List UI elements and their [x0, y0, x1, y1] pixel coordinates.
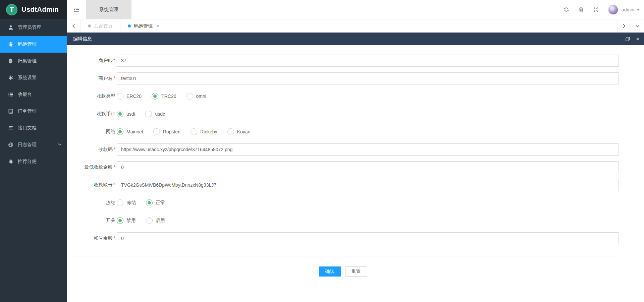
chevron-down-icon	[58, 142, 62, 147]
payment-qrcode-input[interactable]	[117, 143, 619, 156]
radio-option-ropsten[interactable]: Ropsten	[153, 128, 180, 135]
avatar[interactable]	[608, 5, 618, 15]
sidebar-toggle-button[interactable]	[67, 0, 86, 19]
trash-icon[interactable]	[574, 0, 589, 19]
sidebar-item-label: 归集管理	[18, 58, 37, 64]
sidebar-item-api-docs[interactable]: 接口文档	[0, 120, 67, 136]
radio-option-omni[interactable]: omni	[186, 93, 206, 100]
sidebar-item-log-management[interactable]: 日志管理	[0, 136, 67, 153]
radio-icon	[191, 128, 197, 135]
form-row-min-amount: 最低收款金额*	[67, 161, 644, 173]
radio-icon	[146, 217, 153, 224]
field-label: 商户名*	[67, 75, 117, 81]
radio-option-label: usdc	[155, 111, 165, 117]
sidebar-item-referral-commission[interactable]: 推荐分佣	[0, 153, 67, 170]
payment-account-input[interactable]	[117, 179, 619, 191]
reset-button[interactable]: 重置	[345, 266, 367, 277]
tab-close-icon[interactable]: ×	[156, 23, 159, 29]
merchant-id-input[interactable]	[117, 55, 619, 67]
tab-scroll-right-button[interactable]	[617, 19, 631, 33]
radio-option-mainnet[interactable]: Mainnet	[117, 128, 143, 135]
tab-bar: 后台首页 码池管理 ×	[67, 19, 644, 33]
radio-icon	[117, 128, 123, 135]
required-mark: *	[114, 164, 115, 170]
confirm-button[interactable]: 确认	[319, 266, 341, 277]
sidebar-item-system-settings[interactable]: 系统设置	[0, 69, 67, 86]
radio-option-label: ERC20	[126, 94, 142, 99]
refresh-icon[interactable]	[559, 0, 574, 19]
asterisk-icon	[8, 75, 14, 81]
form-row-account-balance: 帐号余额*	[67, 232, 644, 244]
radio-option-usdc[interactable]: usdc	[145, 111, 165, 117]
radio-icon	[145, 111, 152, 117]
nav-tab-label: 系统管理	[99, 7, 118, 13]
logo-bar[interactable]: T UsdtAdmin	[0, 0, 67, 19]
calculator-icon	[8, 108, 14, 114]
panel-header: 编辑信息 ×	[67, 33, 644, 45]
radio-icon	[117, 199, 123, 206]
sidebar-item-order-management[interactable]: 订单管理	[0, 103, 67, 120]
sidebar-item-collection-management[interactable]: ฿ 归集管理	[0, 53, 67, 69]
radio-option-normal[interactable]: 正常	[146, 199, 165, 206]
tab-backend-home[interactable]: 后台首页	[80, 19, 120, 33]
field-label: 网络	[67, 129, 117, 135]
account-balance-input[interactable]	[117, 232, 619, 244]
form-actions: 确认 重置	[67, 266, 644, 277]
tab-label: 后台首页	[94, 23, 113, 29]
list-icon	[8, 92, 14, 98]
field-label: 帐号余额*	[67, 235, 117, 241]
radio-option-label: usdt	[126, 111, 135, 117]
radio-option-usdt[interactable]: usdt	[117, 111, 135, 117]
min-amount-input[interactable]	[117, 161, 619, 173]
form-row-network: 网络 Mainnet Ropsten Rinkeby	[67, 126, 644, 138]
radio-icon	[186, 93, 193, 100]
sidebar-item-cashier[interactable]: 收银台	[0, 86, 67, 103]
sidebar-item-admin-management[interactable]: 管理员管理	[0, 19, 67, 36]
tab-scroll-left-button[interactable]	[67, 19, 80, 33]
panel-title: 编辑信息	[73, 36, 92, 42]
form-row-switch: 开关 禁用 启用	[67, 215, 644, 227]
radio-option-trc20[interactable]: TRC20	[152, 93, 176, 100]
sidebar-item-label: 码池管理	[18, 41, 37, 47]
field-label: 收款账号*	[67, 182, 117, 188]
radio-option-kovan[interactable]: Kovan	[227, 128, 251, 135]
app-title: UsdtAdmin	[21, 6, 59, 13]
user-menu[interactable]: admin	[622, 7, 644, 12]
tab-code-pool-management[interactable]: 码池管理 ×	[120, 19, 167, 33]
radio-option-label: 禁用	[126, 218, 136, 224]
tab-status-dot	[88, 24, 91, 27]
required-mark: *	[114, 75, 115, 81]
close-icon[interactable]: ×	[636, 36, 639, 42]
sidebar-item-label: 收银台	[18, 92, 32, 98]
required-mark: *	[114, 58, 115, 63]
radio-option-label: TRC20	[161, 94, 176, 99]
radio-option-enabled[interactable]: 启用	[146, 217, 165, 224]
web-icon	[8, 142, 14, 148]
fullscreen-icon[interactable]	[589, 0, 603, 19]
restore-window-icon[interactable]	[626, 37, 630, 41]
radio-icon	[152, 93, 158, 100]
nav-tab-system-management[interactable]: 系统管理	[86, 0, 131, 19]
tab-dropdown-button[interactable]	[631, 19, 644, 33]
sidebar: T UsdtAdmin 管理员管理 码池管理 ฿ 归集管理	[0, 0, 67, 302]
sidebar-item-code-pool-management[interactable]: 码池管理	[0, 36, 67, 53]
sidebar-menu: 管理员管理 码池管理 ฿ 归集管理 系统设置	[0, 19, 67, 302]
radio-option-erc20[interactable]: ERC20	[117, 93, 142, 100]
radio-option-label: Ropsten	[163, 129, 180, 134]
radio-option-rinkeby[interactable]: Rinkeby	[191, 128, 217, 135]
radio-icon	[117, 217, 123, 224]
main-area: 系统管理 admin 后台首页	[67, 0, 644, 302]
required-mark: *	[114, 182, 115, 187]
sidebar-item-label: 日志管理	[18, 142, 37, 148]
radio-option-disabled[interactable]: 禁用	[117, 217, 136, 224]
merchant-name-input[interactable]	[117, 72, 619, 84]
radio-option-label: 启用	[156, 218, 165, 224]
sidebar-item-label: 管理员管理	[18, 24, 41, 31]
required-mark: *	[114, 146, 115, 152]
radio-option-frozen[interactable]: 冻结	[117, 199, 136, 206]
radio-option-label: 冻结	[126, 200, 136, 206]
form-row-merchant-name: 商户名*	[67, 72, 644, 84]
field-label: 收款币种	[67, 111, 117, 117]
radio-option-label: Rinkeby	[200, 129, 217, 134]
radio-icon	[117, 111, 123, 117]
